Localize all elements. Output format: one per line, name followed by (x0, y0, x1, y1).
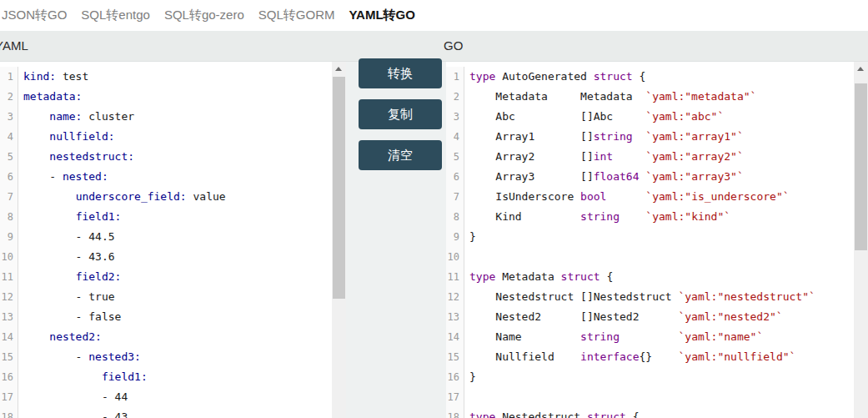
code-line: 6 - nested: (0, 167, 346, 187)
code-line: 12 Nestedstruct []Nestedstruct `yaml:"ne… (446, 287, 868, 307)
code-line: 5 nestedstruct: (0, 147, 346, 167)
code-line: 14 nested2: (0, 327, 346, 347)
code-line: 15 - nested3: (0, 347, 346, 367)
panel-header-bar: YAML GO (0, 31, 868, 62)
line-number: 6 (446, 167, 464, 187)
go-panel-title: GO (444, 38, 463, 53)
code-line: 17 (446, 387, 868, 407)
tab-sql-to-entgo[interactable]: SQL转entgo (81, 8, 150, 23)
code-line: 2 Metadata Metadata `yaml:"metadata"` (446, 87, 868, 107)
code-line: 16} (446, 367, 868, 387)
line-number: 5 (446, 147, 464, 167)
line-number: 1 (0, 67, 18, 87)
line-number: 2 (0, 87, 18, 107)
code-line: 13 Nested2 []Nested2 `yaml:"nested2"` (446, 307, 868, 327)
line-number: 11 (446, 267, 464, 287)
code-line: 5 Array2 []int `yaml:"array2"` (446, 147, 868, 167)
line-number: 12 (446, 287, 464, 307)
line-number: 9 (446, 227, 464, 247)
code-line: 4 Array1 []string `yaml:"array1"` (446, 127, 868, 147)
code-line: 15 Nullfield interface{} `yaml:"nullfiel… (446, 347, 868, 367)
line-number: 16 (446, 367, 464, 387)
code-line: 10 (446, 247, 868, 267)
code-line: 2metadata: (0, 87, 346, 107)
yaml-editor[interactable]: 1kind: test2metadata:3 name: cluster4 nu… (0, 62, 346, 418)
line-number: 13 (446, 307, 464, 327)
line-number: 2 (446, 87, 464, 107)
line-number: 15 (0, 347, 18, 367)
yaml-scrollbar-thumb[interactable] (333, 77, 345, 299)
yaml-editor-scrollbar[interactable] (332, 62, 346, 418)
line-number: 17 (0, 387, 18, 407)
line-number: 9 (0, 227, 18, 247)
code-line: 18type Nestedstruct struct { (446, 407, 868, 418)
line-number: 3 (446, 107, 464, 127)
code-line: 3 name: cluster (0, 107, 346, 127)
line-number: 12 (0, 287, 18, 307)
line-number: 5 (0, 147, 18, 167)
yaml-editor-lines: 1kind: test2metadata:3 name: cluster4 nu… (0, 62, 346, 418)
content-area: 1kind: test2metadata:3 name: cluster4 nu… (0, 62, 868, 418)
code-line: 12 - true (0, 287, 346, 307)
clear-button[interactable]: 清空 (359, 140, 442, 170)
go-editor-scrollbar[interactable] (854, 62, 868, 418)
line-number: 18 (0, 407, 18, 418)
go-scrollbar-thumb[interactable] (855, 83, 867, 250)
code-line: 3 Abc []Abc `yaml:"abc"` (446, 107, 868, 127)
line-number: 1 (446, 67, 464, 87)
line-number: 10 (446, 247, 464, 267)
line-number: 11 (0, 267, 18, 287)
line-number: 4 (446, 127, 464, 147)
top-tab-bar: JSON转GO SQL转entgo SQL转go-zero SQL转GORM Y… (0, 0, 868, 31)
line-number: 16 (0, 367, 18, 387)
go-editor-lines: 1type AutoGenerated struct {2 Metadata M… (446, 62, 868, 418)
line-number: 3 (0, 107, 18, 127)
line-number: 13 (0, 307, 18, 327)
line-number: 7 (446, 187, 464, 207)
yaml-panel-title: YAML (0, 38, 28, 53)
line-number: 18 (446, 407, 464, 418)
line-number: 8 (446, 207, 464, 227)
line-number: 10 (0, 247, 18, 267)
line-number: 6 (0, 167, 18, 187)
code-line: 8 Kind string `yaml:"kind"` (446, 207, 868, 227)
code-line: 9 - 44.5 (0, 227, 346, 247)
line-number: 8 (0, 207, 18, 227)
scroll-up-arrow-icon[interactable] (335, 67, 342, 71)
copy-button[interactable]: 复制 (359, 99, 442, 129)
code-line: 8 field1: (0, 207, 346, 227)
code-line: 6 Array3 []float64 `yaml:"array3"` (446, 167, 868, 187)
code-line: 16 field1: (0, 367, 346, 387)
tab-json-to-go[interactable]: JSON转GO (2, 8, 67, 23)
code-line: 9} (446, 227, 868, 247)
code-line: 14 Name string `yaml:"name"` (446, 327, 868, 347)
yaml-to-go-converter-page: JSON转GO SQL转entgo SQL转go-zero SQL转GORM Y… (0, 0, 868, 418)
tab-yaml-to-go[interactable]: YAML转GO (349, 8, 414, 23)
scroll-up-arrow-icon[interactable] (857, 67, 864, 71)
code-line: 7 underscore_field: value (0, 187, 346, 207)
tab-sql-to-gorm[interactable]: SQL转GORM (258, 8, 335, 23)
line-number: 17 (446, 387, 464, 407)
code-line: 7 IsUnderscore bool `yaml:"is_underscore… (446, 187, 868, 207)
line-number: 15 (446, 347, 464, 367)
button-column: 转换 复制 清空 (346, 62, 446, 418)
code-line: 18 - 43 (0, 407, 346, 418)
code-line: 1type AutoGenerated struct { (446, 67, 868, 87)
code-line: 4 nullfield: (0, 127, 346, 147)
go-editor[interactable]: 1type AutoGenerated struct {2 Metadata M… (446, 62, 868, 418)
convert-button[interactable]: 转换 (359, 58, 442, 88)
line-number: 7 (0, 187, 18, 207)
code-line: 11 field2: (0, 267, 346, 287)
line-number: 14 (0, 327, 18, 347)
line-number: 4 (0, 127, 18, 147)
code-line: 13 - false (0, 307, 346, 327)
line-number: 14 (446, 327, 464, 347)
code-line: 17 - 44 (0, 387, 346, 407)
code-line: 10 - 43.6 (0, 247, 346, 267)
tab-sql-to-gozero[interactable]: SQL转go-zero (164, 8, 244, 23)
code-line: 11type Metadata struct { (446, 267, 868, 287)
code-line: 1kind: test (0, 67, 346, 87)
